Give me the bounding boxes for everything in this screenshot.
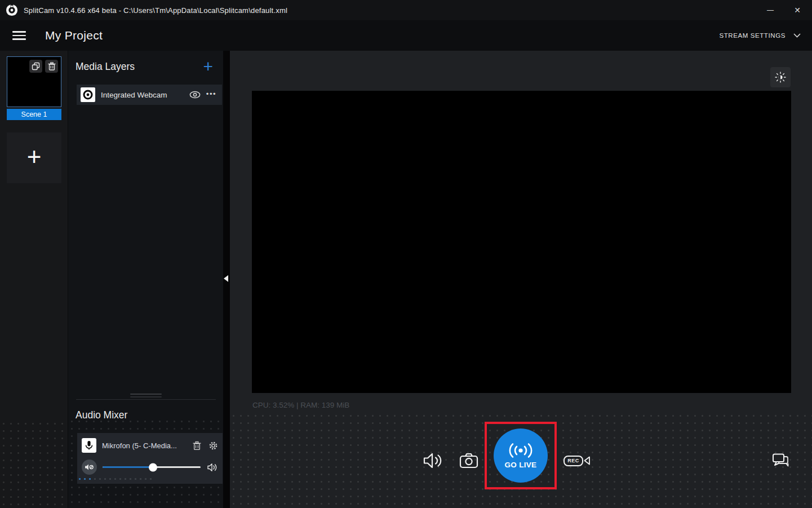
window-title: SplitCam v10.4.66 x64 beta - C:\Users\Tm… <box>24 6 287 15</box>
trash-icon <box>48 62 56 70</box>
splitcam-logo-icon <box>6 4 18 16</box>
main-area: CPU: 3.52% | RAM: 139 MiB <box>230 51 812 508</box>
menu-button[interactable] <box>12 31 26 40</box>
media-layers-panel: Media Layers + Integrated Webcam ••• <box>68 51 223 508</box>
brightness-button[interactable] <box>770 67 791 87</box>
go-live-label: GO LIVE <box>505 461 537 469</box>
speaker-icon <box>207 463 218 472</box>
scenes-panel: Scene 1 + <box>0 51 68 508</box>
mute-button[interactable] <box>82 460 97 475</box>
record-camera-cone-icon <box>584 455 591 466</box>
webcam-layer-icon <box>81 87 95 102</box>
speaker-muted-icon <box>85 463 94 471</box>
broadcast-icon <box>508 442 534 459</box>
audio-mixer-title: Audio Mixer <box>76 409 127 421</box>
audio-source-settings-button[interactable] <box>208 441 218 450</box>
splitcam-window: SplitCam v10.4.66 x64 beta - C:\Users\Tm… <box>0 0 812 508</box>
microphone-device-name: Mikrofon (5- C-Media... <box>102 441 177 450</box>
layer-visibility-button[interactable] <box>189 90 201 99</box>
minimize-button[interactable]: — <box>759 2 782 19</box>
plus-icon: + <box>27 144 42 169</box>
stream-settings-label: STREAM SETTINGS <box>719 32 786 39</box>
gear-icon <box>208 441 218 450</box>
rec-icon: REC <box>563 456 583 466</box>
trash-icon <box>193 441 201 450</box>
copy-icon <box>32 62 40 70</box>
page-title: My Project <box>45 29 103 42</box>
duplicate-scene-button[interactable] <box>29 60 42 73</box>
panel-divider <box>223 51 230 508</box>
remove-audio-source-button[interactable] <box>193 441 201 450</box>
layer-name: Integrated Webcam <box>101 91 167 99</box>
title-bar: SplitCam v10.4.66 x64 beta - C:\Users\Tm… <box>0 0 812 20</box>
collapse-panel-arrow-icon[interactable] <box>224 275 228 282</box>
scene-name-badge[interactable]: Scene 1 <box>7 109 61 120</box>
layer-options-button[interactable]: ••• <box>206 90 216 98</box>
chat-button[interactable] <box>771 452 791 470</box>
minimize-icon: — <box>767 6 774 14</box>
app-header: My Project STREAM SETTINGS <box>0 20 812 51</box>
eye-icon <box>189 90 201 99</box>
audio-output-button[interactable] <box>423 451 443 470</box>
scene-thumbnail[interactable] <box>7 56 61 107</box>
brightness-sun-icon <box>775 72 786 83</box>
chat-icon <box>771 452 791 469</box>
stream-settings-button[interactable]: STREAM SETTINGS <box>719 32 801 39</box>
video-preview[interactable] <box>252 91 791 393</box>
chevron-down-icon <box>793 33 801 38</box>
add-scene-button[interactable]: + <box>7 132 61 183</box>
cpu-ram-stats: CPU: 3.52% | RAM: 139 MiB <box>252 401 349 409</box>
audio-level-meter <box>77 477 153 481</box>
speaker-icon <box>423 452 443 470</box>
delete-scene-button[interactable] <box>45 60 58 73</box>
microphone-device-icon <box>82 438 96 453</box>
volume-slider[interactable] <box>103 466 201 469</box>
snapshot-button[interactable] <box>459 452 478 470</box>
volume-slider-thumb[interactable] <box>149 463 157 471</box>
record-button[interactable]: REC <box>563 453 591 468</box>
close-icon: ✕ <box>794 6 801 15</box>
camera-icon <box>459 452 478 469</box>
panel-resize-handle[interactable] <box>76 394 216 400</box>
audio-mixer-panel: Mikrofon (5- C-Media... <box>77 433 223 484</box>
add-layer-button[interactable]: + <box>203 60 213 73</box>
close-button[interactable]: ✕ <box>786 2 809 19</box>
go-live-button[interactable]: GO LIVE <box>494 429 548 483</box>
layer-row-integrated-webcam[interactable]: Integrated Webcam ••• <box>77 85 222 105</box>
hamburger-icon <box>12 31 26 33</box>
go-live-highlight-box: GO LIVE <box>485 422 557 489</box>
media-layers-title: Media Layers <box>76 61 135 73</box>
